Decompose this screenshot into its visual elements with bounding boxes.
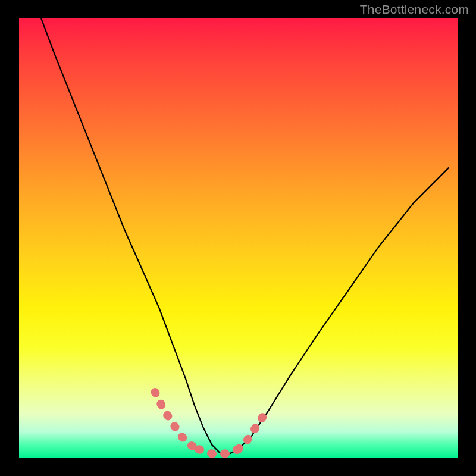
bottleneck-curve xyxy=(19,18,458,458)
chart-frame: TheBottleneck.com xyxy=(0,0,476,476)
highlight-segment xyxy=(239,414,265,449)
highlight-markers xyxy=(155,392,265,454)
plot-area xyxy=(19,18,458,458)
curve-path xyxy=(41,18,449,454)
watermark-text: TheBottleneck.com xyxy=(360,2,469,17)
